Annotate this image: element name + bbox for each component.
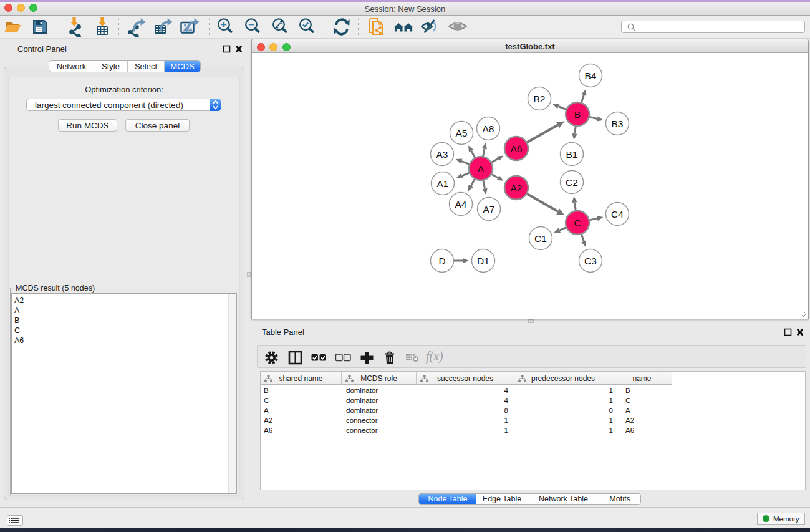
svg-text:A: A [478, 163, 485, 174]
svg-text:A5: A5 [456, 128, 468, 138]
svg-text:B4: B4 [585, 70, 597, 81]
svg-text:A1: A1 [437, 178, 449, 189]
svg-text:B1: B1 [566, 149, 578, 160]
svg-text:A6: A6 [511, 143, 523, 154]
svg-text:A4: A4 [455, 199, 467, 210]
svg-text:B: B [574, 109, 581, 120]
svg-text:D1: D1 [477, 256, 489, 266]
svg-text:B3: B3 [612, 118, 624, 129]
svg-text:A7: A7 [483, 204, 495, 215]
svg-text:D: D [438, 256, 445, 266]
svg-text:A3: A3 [436, 149, 448, 160]
svg-text:C4: C4 [611, 209, 624, 220]
svg-text:C: C [574, 218, 581, 228]
svg-text:C1: C1 [534, 233, 547, 244]
svg-text:C2: C2 [566, 177, 578, 188]
svg-text:A2: A2 [511, 183, 523, 193]
svg-text:C3: C3 [584, 256, 597, 266]
svg-text:A8: A8 [483, 123, 494, 134]
svg-text:B2: B2 [534, 94, 546, 104]
